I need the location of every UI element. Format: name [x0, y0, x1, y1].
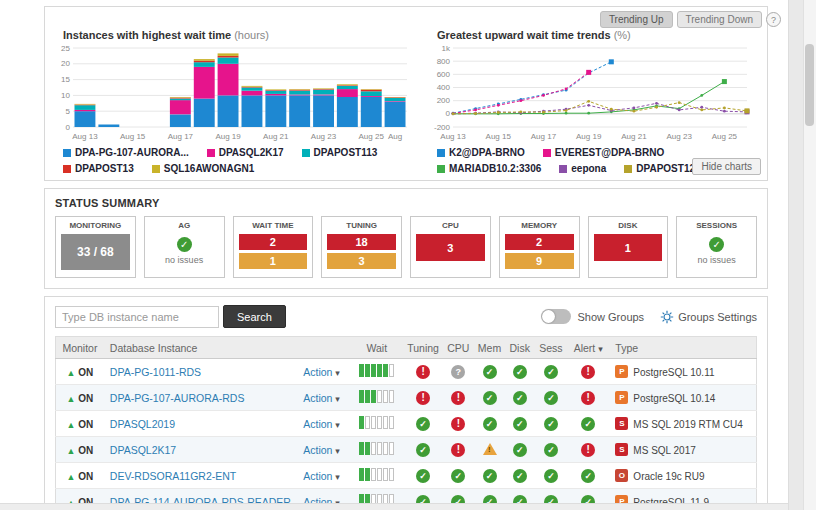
memory-ok-icon[interactable]: ✓ [483, 417, 497, 431]
wait-level-indicator[interactable] [359, 364, 394, 377]
tuning-alert-icon[interactable]: ! [416, 365, 430, 379]
sessions-ok-icon[interactable]: ✓ [544, 443, 558, 457]
warning-count[interactable]: 3 [327, 253, 396, 269]
database-instance-link[interactable]: DPA-PG-107-AURORA-RDS [110, 392, 245, 404]
column-header-cpu[interactable]: CPU [442, 337, 474, 359]
table-header: MonitorDatabase InstanceWaitTuningCPUMem… [56, 337, 757, 359]
cpu-alert-icon[interactable]: ! [451, 391, 465, 405]
database-instance-link[interactable]: DPA-PG-1011-RDS [110, 366, 201, 378]
legend-item[interactable]: DPASQL2K17 [207, 147, 284, 158]
monitor-toggle[interactable]: ▲ ON [67, 393, 94, 404]
disk-ok-icon[interactable]: ✓ [513, 365, 527, 379]
disk-ok-icon[interactable]: ✓ [513, 417, 527, 431]
memory-warning-icon[interactable] [483, 443, 497, 455]
monitor-toggle[interactable]: ▲ ON [67, 445, 94, 456]
vertical-scrollbar[interactable] [803, 0, 816, 510]
hide-charts-button[interactable]: Hide charts [692, 158, 761, 175]
trending-up-button[interactable]: Trending Up [600, 11, 673, 28]
memory-ok-icon[interactable]: ✓ [483, 391, 497, 405]
memory-ok-icon[interactable]: ✓ [483, 365, 497, 379]
legend-item[interactable]: DPA-PG-107-AURORA... [63, 147, 189, 158]
wait-level-indicator[interactable] [359, 442, 394, 455]
database-instance-link[interactable]: DPASQL2019 [110, 418, 175, 430]
legend-item[interactable]: K2@DPA-BRNO [437, 147, 525, 158]
action-dropdown[interactable]: Action ▾ [303, 444, 340, 456]
search-input[interactable] [55, 306, 219, 328]
database-instance-link[interactable]: DPASQL2K17 [110, 444, 176, 456]
status-card-tuning[interactable]: TUNING183 [321, 216, 402, 278]
monitor-toggle[interactable]: ▲ ON [67, 419, 94, 430]
warning-count[interactable]: 9 [505, 253, 574, 269]
alert-ok-icon[interactable]: ✓ [581, 417, 595, 431]
database-instance-link[interactable]: DEV-RDSORA11GR2-ENT [110, 470, 236, 482]
critical-count[interactable]: 18 [327, 234, 396, 250]
disk-ok-icon[interactable]: ✓ [513, 469, 527, 483]
legend-item[interactable]: DPAPOST13 [63, 163, 134, 174]
column-header-mem[interactable]: Mem [474, 337, 504, 359]
cpu-alert-icon[interactable]: ! [451, 443, 465, 457]
wait-level-indicator[interactable] [359, 390, 394, 403]
tuning-alert-icon[interactable]: ! [416, 391, 430, 405]
action-dropdown[interactable]: Action ▾ [303, 418, 340, 430]
action-dropdown[interactable]: Action ▾ [303, 470, 340, 482]
wait-level-indicator[interactable] [359, 416, 394, 429]
svg-text:600: 600 [437, 70, 451, 79]
monitor-toggle[interactable]: ▲ ON [67, 367, 94, 378]
column-header-sess[interactable]: Sess [535, 337, 567, 359]
legend-item[interactable]: EVEREST@DPA-BRNO [543, 147, 665, 158]
status-card-monitoring[interactable]: MONITORING33 / 68 [55, 216, 136, 278]
disk-ok-icon[interactable]: ✓ [513, 391, 527, 405]
column-header-tuning[interactable]: Tuning [404, 337, 442, 359]
critical-count[interactable]: 1 [594, 234, 663, 261]
status-card-cpu[interactable]: CPU3 [410, 216, 491, 278]
memory-ok-icon[interactable]: ✓ [483, 469, 497, 483]
legend-item[interactable]: DPAPOST12 [624, 163, 695, 174]
column-header-alert[interactable]: Alert ▾ [567, 337, 609, 359]
warning-count[interactable]: 1 [239, 253, 308, 269]
cpu-alert-icon[interactable]: ! [451, 417, 465, 431]
status-card-memory[interactable]: MEMORY29 [499, 216, 580, 278]
tuning-ok-icon[interactable]: ✓ [416, 469, 430, 483]
help-icon[interactable]: ? [766, 12, 781, 27]
wait-bar-cell [359, 468, 364, 481]
critical-count[interactable]: 2 [505, 234, 574, 250]
column-header-monitor[interactable]: Monitor [56, 337, 104, 359]
monitor-toggle[interactable]: ▲ ON [67, 471, 94, 482]
action-dropdown[interactable]: Action ▾ [303, 392, 340, 404]
column-header-type[interactable]: Type [609, 337, 756, 359]
show-groups-toggle[interactable] [541, 309, 571, 324]
groups-settings-button[interactable]: Groups Settings [660, 310, 757, 324]
trending-down-button[interactable]: Trending Down [677, 11, 762, 28]
cpu-ok-icon[interactable]: ✓ [451, 469, 465, 483]
alert-alert-icon[interactable]: ! [581, 443, 595, 457]
sessions-ok-icon[interactable]: ✓ [544, 417, 558, 431]
legend-item[interactable]: MARIADB10.2:3306 [437, 163, 541, 174]
critical-count[interactable]: 3 [416, 234, 485, 261]
tuning-ok-icon[interactable]: ✓ [416, 443, 430, 457]
search-button[interactable]: Search [223, 305, 286, 328]
horizontal-scrollbar[interactable] [0, 503, 788, 510]
tuning-ok-icon[interactable]: ✓ [416, 417, 430, 431]
legend-item[interactable]: DPAPOST113 [302, 147, 378, 158]
status-card-wait-time[interactable]: WAIT TIME21 [233, 216, 314, 278]
wait-level-indicator[interactable] [359, 468, 394, 481]
alert-alert-icon[interactable]: ! [581, 391, 595, 405]
alert-ok-icon[interactable]: ✓ [581, 469, 595, 483]
sessions-ok-icon[interactable]: ✓ [544, 365, 558, 379]
critical-count[interactable]: 2 [239, 234, 308, 250]
legend-item[interactable]: SQL16AWONAGN1 [152, 163, 255, 174]
status-card-ag[interactable]: AG✓no issues [144, 216, 225, 278]
legend-item[interactable]: eepona [559, 163, 606, 174]
cpu-unknown-icon[interactable]: ? [451, 365, 465, 379]
status-card-disk[interactable]: DISK1 [588, 216, 669, 278]
column-header-wait[interactable]: Wait [350, 337, 404, 359]
action-dropdown[interactable]: Action ▾ [303, 366, 340, 378]
sessions-ok-icon[interactable]: ✓ [544, 469, 558, 483]
sessions-ok-icon[interactable]: ✓ [544, 391, 558, 405]
column-header-database-instance[interactable]: Database Instance [104, 337, 297, 359]
disk-ok-icon[interactable]: ✓ [513, 443, 527, 457]
column-header-disk[interactable]: Disk [505, 337, 535, 359]
status-card-sessions[interactable]: SESSIONS✓no issues [676, 216, 757, 278]
alert-alert-icon[interactable]: ! [581, 365, 595, 379]
scrollbar-thumb[interactable] [805, 44, 814, 126]
